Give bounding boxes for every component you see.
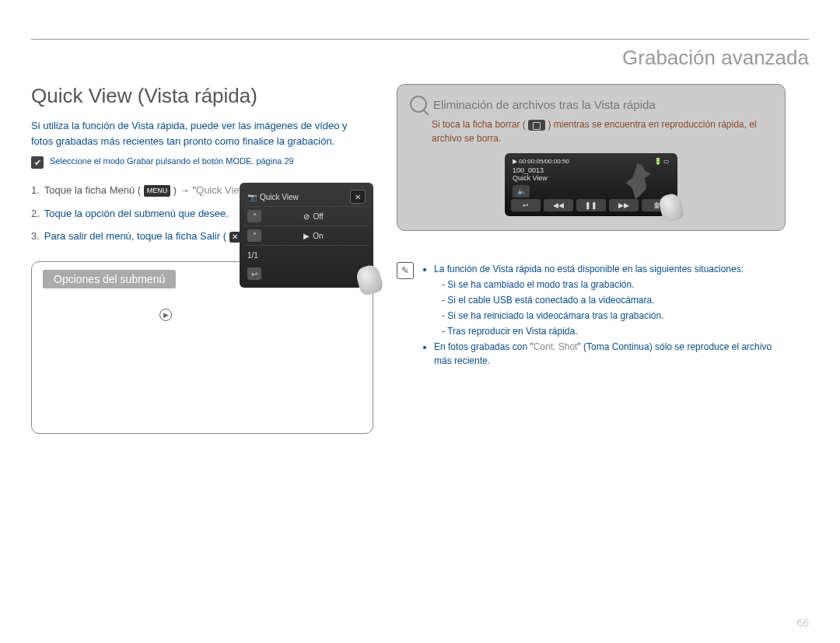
camera-icon: 📷 (247, 193, 257, 201)
battery-icon: 🔋 ▭ (654, 158, 670, 165)
mode-note-text: Seleccione el modo Grabar pulsando el bo… (50, 156, 294, 166)
play-circle-icon: ▶ (159, 309, 172, 321)
hand-pointer-icon (657, 192, 685, 223)
mode-note: ✔ Seleccione el modo Grabar pulsando el … (31, 156, 366, 169)
note-sub: Si se ha cambiado el modo tras la grabac… (442, 278, 786, 292)
rewind-icon: ◀◀ (544, 199, 573, 211)
lcd-time: 00:00:05/00:00:50 (519, 158, 569, 165)
lcd-counter: 1/1 (247, 251, 258, 260)
down-arrow-icon: ˅ (247, 229, 261, 242)
delete-info-box: Eliminación de archivos tras la Vista rá… (397, 84, 786, 231)
note-sub: Si el cable USB está conectado a la vide… (442, 293, 786, 307)
note-line-1: La función de Vista rápida no está dispo… (434, 262, 786, 276)
intro-text: Si utiliza la función de Vista rápida, p… (31, 118, 366, 149)
back-icon: ↩ (511, 199, 541, 211)
note-line-2: En fotos grabadas con "Cont. Shot" (Toma… (434, 340, 786, 368)
lcd-label: Quick View (513, 174, 548, 182)
step-number: 1. (31, 183, 40, 198)
info-box-title: Eliminación de archivos tras la Vista rá… (433, 98, 656, 111)
check-icon: ✔ (31, 156, 44, 169)
pause-icon: ❚❚ (576, 199, 606, 211)
header-rule: Grabación avanzada (31, 39, 809, 70)
page-number: 66 (796, 617, 809, 629)
lcd-folder: 100_0013 (513, 166, 548, 174)
section-title: Grabación avanzada (622, 46, 809, 70)
lcd-off-label: Off (313, 212, 323, 221)
silhouette-icon (623, 163, 654, 199)
off-icon: ⊘ (303, 212, 310, 221)
close-icon: ✕ (229, 232, 240, 243)
menu-tag-icon: MENU (144, 185, 171, 197)
magnifier-icon (410, 96, 427, 113)
submenu-options-title: Opciones del submenú (43, 270, 176, 288)
up-arrow-icon: ˄ (247, 210, 261, 222)
trash-icon (528, 120, 545, 131)
forward-icon: ▶▶ (609, 199, 639, 211)
lcd-on-label: On (313, 232, 323, 240)
info-box-body: Si toca la ficha borrar ( ) mientras se … (432, 117, 772, 145)
notes-block: ✎ La función de Vista rápida no está dis… (397, 262, 786, 369)
lcd-playback-screenshot: ▶ 00:00:05/00:00:50 🔋 ▭ 100_0013 Quick V… (505, 153, 677, 216)
step-number: 2. (31, 206, 40, 222)
lcd-back-icon: ↩ (247, 267, 261, 280)
lcd-close-icon: ✕ (350, 190, 366, 204)
lcd-title: Quick View (260, 193, 299, 201)
lcd-menu-screenshot: 📷Quick View ✕ ˄ ⊘Off ˅ ▶On 1/1 (240, 183, 373, 288)
play-icon: ▶ (303, 232, 310, 240)
volume-icon: 🔈 (513, 185, 530, 197)
note-sub: Tras reproducir en Vista rápida. (442, 324, 786, 338)
note-icon: ✎ (397, 262, 414, 279)
note-sub: Si se ha reiniciado la videocámara tras … (442, 309, 786, 323)
page-title: Quick View (Vista rápida) (31, 84, 366, 108)
step-number: 3. (31, 229, 40, 244)
